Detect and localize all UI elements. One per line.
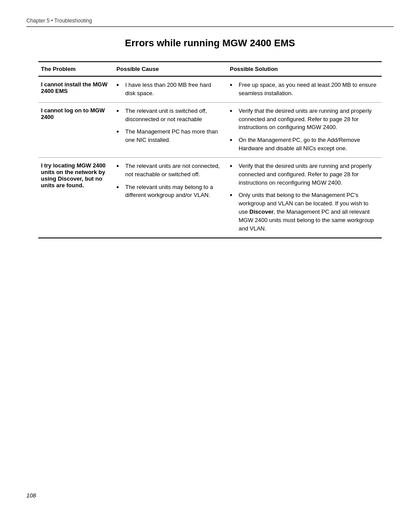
list-item: •Only units that belong to the Managemen… <box>230 191 377 233</box>
problem-cell: I cannot log on to MGW 2400 <box>38 102 114 157</box>
bullet-text: On the Management PC, go to the Add/Remo… <box>239 136 377 153</box>
bullet-text: Free up space, as you need at least 200 … <box>239 81 377 98</box>
col-header-solution: Possible Solution <box>227 62 382 76</box>
solution-cell: •Verify that the desired units are runni… <box>227 157 382 237</box>
list-item: •Free up space, as you need at least 200… <box>230 81 377 98</box>
bullet-icon: • <box>117 127 123 136</box>
bullet-icon: • <box>230 162 236 170</box>
list-item: •The Management PC has more than one NIC… <box>117 128 223 145</box>
solution-cell: •Verify that the desired units are runni… <box>227 102 382 157</box>
bullet-text: Only units that belong to the Management… <box>239 191 377 233</box>
solution-cell: •Free up space, as you need at least 200… <box>227 76 382 102</box>
table-header-row: The Problem Possible Cause Possible Solu… <box>38 62 382 76</box>
table-row: I cannot log on to MGW 2400•The relevant… <box>38 102 382 157</box>
page-number: 108 <box>26 492 36 499</box>
list-item: •I have less than 200 MB free hard disk … <box>117 81 223 98</box>
bullet-icon: • <box>230 136 236 144</box>
bullet-text: The relevant unit is switched off, disco… <box>125 107 223 124</box>
list-item: •On the Management PC, go to the Add/Rem… <box>230 136 377 153</box>
cause-cell: •The relevant unit is switched off, disc… <box>114 102 227 157</box>
main-table: The Problem Possible Cause Possible Solu… <box>38 61 382 238</box>
table-row: I cannot install the MGW 2400 EMS•I have… <box>38 76 382 102</box>
chapter-header: Chapter 5 • Troubleshooting <box>26 18 394 24</box>
bullet-icon: • <box>117 81 123 89</box>
cause-cell: •The relevant units are not connected, n… <box>114 157 227 237</box>
problem-cell: I cannot install the MGW 2400 EMS <box>38 76 114 102</box>
bullet-text: Verify that the desired units are runnin… <box>239 162 377 187</box>
problem-cell: I try locating MGW 2400 units on the net… <box>38 157 114 237</box>
bullet-text: The Management PC has more than one NIC … <box>125 128 223 145</box>
bullet-icon: • <box>230 81 236 89</box>
chapter-divider <box>26 26 394 27</box>
bullet-text: The relevant units may belong to a diffe… <box>125 183 223 200</box>
bullet-icon: • <box>230 191 236 199</box>
list-item: •The relevant units are not connected, n… <box>117 162 223 179</box>
page-title: Errors while running MGW 2400 EMS <box>26 37 394 49</box>
table-row: I try locating MGW 2400 units on the net… <box>38 157 382 237</box>
bullet-text: I have less than 200 MB free hard disk s… <box>125 81 223 98</box>
content-area: The Problem Possible Cause Possible Solu… <box>38 61 382 238</box>
bullet-icon: • <box>117 162 123 170</box>
bullet-icon: • <box>230 107 236 115</box>
col-header-cause: Possible Cause <box>114 62 227 76</box>
list-item: •The relevant units may belong to a diff… <box>117 183 223 200</box>
page-container: Chapter 5 • Troubleshooting Errors while… <box>0 0 420 512</box>
bullet-icon: • <box>117 183 123 191</box>
list-item: •The relevant unit is switched off, disc… <box>117 107 223 124</box>
bullet-text: The relevant units are not connected, no… <box>125 162 223 179</box>
cause-cell: •I have less than 200 MB free hard disk … <box>114 76 227 102</box>
list-item: •Verify that the desired units are runni… <box>230 107 377 132</box>
bullet-icon: • <box>117 107 123 115</box>
bullet-text: Verify that the desired units are runnin… <box>239 107 377 132</box>
col-header-problem: The Problem <box>38 62 114 76</box>
list-item: •Verify that the desired units are runni… <box>230 162 377 187</box>
